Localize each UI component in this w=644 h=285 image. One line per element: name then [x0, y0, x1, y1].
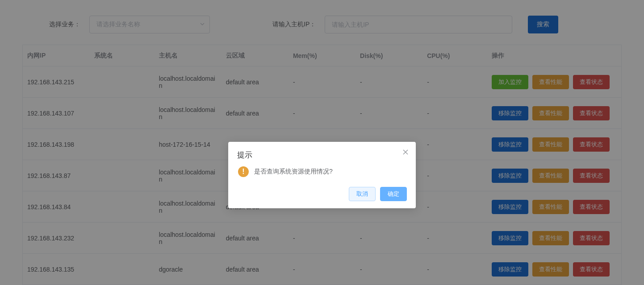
modal-mask[interactable]: 提示 ! 是否查询系统资源使用情况? 取消 确定 [0, 0, 644, 285]
close-icon[interactable] [402, 149, 409, 157]
dialog-title: 提示 [237, 150, 407, 160]
dialog-message: 是否查询系统资源使用情况? [254, 168, 333, 176]
warning-icon: ! [238, 166, 249, 177]
confirm-dialog: 提示 ! 是否查询系统资源使用情况? 取消 确定 [228, 142, 416, 208]
ok-button[interactable]: 确定 [380, 187, 407, 201]
cancel-button[interactable]: 取消 [349, 187, 376, 201]
